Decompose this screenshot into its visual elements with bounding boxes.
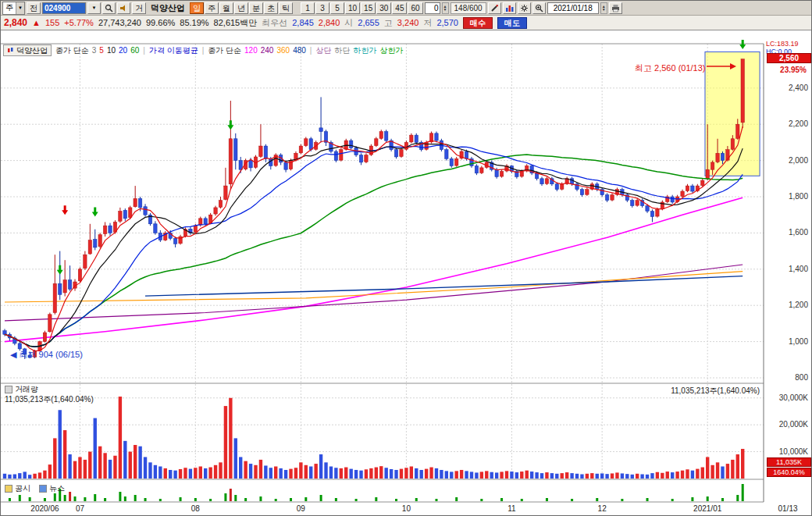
band-label-2[interactable]: 하한가 (353, 46, 376, 55)
quote-bar: 2,840 ▲ 155 +5.77% 27,743,240 99.66% 85.… (1, 16, 812, 30)
legend-close-simple-label[interactable]: 종가 단순 (55, 46, 89, 55)
interval-30[interactable]: 30 (376, 2, 391, 14)
interval-1[interactable]: 1 (301, 2, 315, 14)
price-tick-2200: 2,200 (789, 119, 808, 128)
interval-10[interactable]: 10 (345, 2, 360, 14)
chart-title-box[interactable]: 덕양산업 (3, 44, 52, 56)
x-label-last: 01/13 (766, 504, 810, 513)
gear-icon[interactable] (518, 2, 531, 14)
market-type-value: 주 (5, 2, 13, 13)
last-price-box: 2,560 (767, 53, 811, 63)
arrow-marker (57, 265, 63, 275)
volume-subtitle: 11,035,213주(1,640.04%) (5, 394, 94, 405)
low-annotation: ◀ 최저 904 (06/15) (10, 350, 83, 359)
ma-period-5[interactable]: 5 (99, 46, 104, 55)
volume-pane-title: 거래량 (5, 384, 38, 395)
best-quote-label: 최우선 (262, 17, 287, 29)
chevron-down-icon: ▼ (16, 2, 24, 14)
chart-canvas[interactable]: 최고 2,560 (01/13)◀ 최저 904 (06/15) (1, 32, 764, 505)
zoom-tool-icon[interactable] (532, 2, 546, 14)
ma-period-480[interactable]: 480 (293, 46, 306, 55)
volume-tick-30000: 30,000K (779, 393, 808, 402)
open-price: 2,655 (358, 18, 379, 27)
price-tick-800: 800 (795, 373, 808, 382)
date-input[interactable] (547, 2, 599, 14)
ma-120-line (5, 198, 743, 341)
ma-period-10[interactable]: 10 (107, 46, 116, 55)
day-volume: 27,743,240 (98, 18, 141, 27)
strength-pct: 85.19% (180, 18, 208, 27)
band-label-1[interactable]: 하단 (334, 46, 350, 55)
ma-period-20[interactable]: 20 (119, 46, 127, 55)
prev-stock-button[interactable]: 전 (27, 2, 41, 14)
news-pane-header: 공시 뉴스 (5, 483, 65, 494)
news-label[interactable]: 뉴스 (49, 483, 65, 494)
arrow-marker (92, 208, 98, 217)
printer-icon[interactable] (609, 2, 622, 14)
band-label-3[interactable]: 상한가 (379, 46, 403, 55)
band-label-0[interactable]: 상단 (315, 46, 331, 55)
period-월[interactable]: 월 (219, 2, 233, 14)
x-label-09: 09 (279, 504, 322, 513)
highlight-box (705, 52, 760, 176)
code-dropdown-icon[interactable]: ▼ (87, 2, 101, 14)
interval-spinner[interactable]: ▲▼ (442, 2, 449, 14)
chart-legend: 종가 단순35102060|가격 이동평균|종가 단순120240360480|… (54, 45, 404, 56)
volume-title-text: 거래량 (15, 384, 38, 395)
price-tick-1800: 1,800 (789, 192, 808, 201)
right-axis: LC:183.19 HC:0.00 2,4002,2002,0001,8001,… (764, 32, 812, 505)
period-년[interactable]: 년 (234, 2, 248, 14)
market-type-dropdown[interactable]: 주 ▼ (2, 2, 25, 15)
stock-code-input[interactable] (42, 2, 86, 14)
price-tick-2000: 2,000 (789, 156, 808, 165)
period-초[interactable]: 초 (264, 2, 278, 14)
period-일[interactable]: 일 (190, 2, 204, 14)
alert-speaker-icon[interactable] (117, 2, 130, 14)
price-tick-1000: 1,000 (789, 337, 808, 346)
change-pct-box: 23.95% (780, 66, 807, 74)
ma-period-360[interactable]: 360 (276, 46, 290, 55)
ma-60-line (5, 155, 743, 347)
compare-chart-icon[interactable] (503, 2, 516, 14)
ma-period-120[interactable]: 120 (244, 46, 258, 55)
volume-pct-box: 1640.04% (767, 468, 811, 477)
x-label-11: 11 (490, 504, 533, 513)
current-price: 2,840 (4, 17, 27, 28)
news-bars (9, 484, 744, 501)
ma-period-240[interactable]: 240 (261, 46, 274, 55)
date-spinner[interactable]: ▲▼ (600, 2, 607, 14)
interval-60[interactable]: 60 (408, 2, 422, 14)
search-icon[interactable] (102, 2, 116, 14)
interval-3[interactable]: 3 (315, 2, 329, 14)
price-tick-1200: 1,200 (789, 301, 808, 309)
candles-layer (3, 59, 745, 359)
trade-info-button[interactable]: 거 (132, 2, 146, 14)
interval-15[interactable]: 15 (361, 2, 376, 14)
x-label-07: 07 (58, 504, 102, 513)
period-주[interactable]: 주 (205, 2, 219, 14)
x-label-2021/01: 2021/01 (686, 504, 729, 513)
sell-button[interactable]: 매도 (497, 17, 527, 29)
draw-tool-icon[interactable] (488, 2, 501, 14)
low-price: 2,570 (436, 18, 458, 27)
ma-period-3[interactable]: 3 (92, 46, 97, 55)
chart-title: 덕양산업 (16, 45, 48, 56)
lc-indicator: LC:183.19 (766, 40, 799, 48)
high-annotation: 최고 2,560 (01/13) (635, 63, 706, 73)
period-틱[interactable]: 틱 (279, 2, 293, 14)
ma-period-60[interactable]: 60 (130, 46, 139, 55)
disclosure-label[interactable]: 공시 (15, 483, 30, 494)
interval-45[interactable]: 45 (392, 2, 407, 14)
interval-button-group: 1351015304560 (301, 2, 423, 14)
period-분[interactable]: 분 (249, 2, 263, 14)
interval-5[interactable]: 5 (330, 2, 344, 14)
best-ask: 2,845 (292, 18, 314, 27)
buy-button[interactable]: 매수 (463, 17, 493, 29)
legend-separator: | (202, 46, 205, 55)
main-toolbar: 주 ▼ 전 ▼ 거 덕양산업 일주월년분초틱 1351015304560 ▲▼ … (1, 1, 812, 16)
period-button-group: 일주월년분초틱 (190, 2, 293, 14)
price-ma-label[interactable]: 가격 이동평균 (149, 46, 198, 55)
legend-close-simple-label-2[interactable]: 종가 단순 (208, 46, 241, 55)
interval-input[interactable] (425, 2, 440, 14)
up-arrow-icon: ▲ (32, 18, 41, 27)
